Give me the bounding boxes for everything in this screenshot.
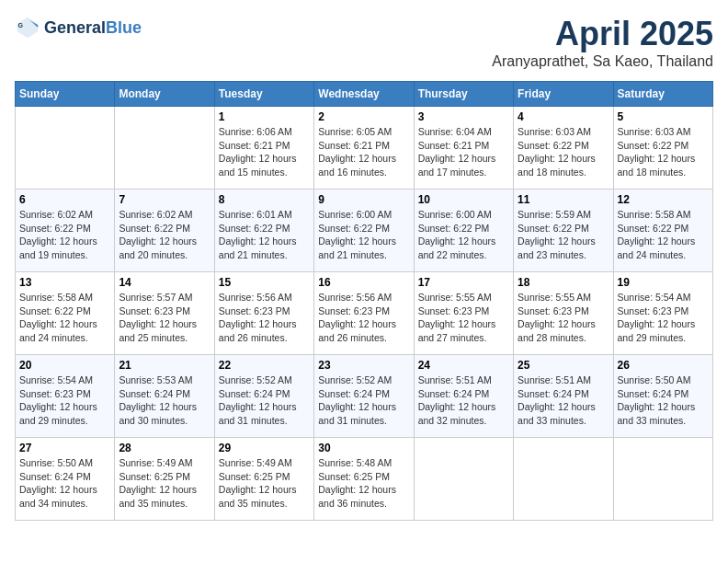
calendar-cell: 25Sunrise: 5:51 AM Sunset: 6:24 PM Dayli… — [514, 355, 613, 438]
calendar-week-1: 1Sunrise: 6:06 AM Sunset: 6:21 PM Daylig… — [16, 107, 713, 190]
calendar-cell — [115, 107, 214, 190]
logo-icon: G — [15, 15, 40, 40]
logo: G GeneralBlue — [15, 15, 142, 40]
calendar-cell: 5Sunrise: 6:03 AM Sunset: 6:22 PM Daylig… — [613, 107, 712, 190]
calendar-cell: 12Sunrise: 5:58 AM Sunset: 6:22 PM Dayli… — [613, 190, 712, 272]
day-info: Sunrise: 5:52 AM Sunset: 6:24 PM Dayligh… — [318, 373, 409, 428]
weekday-header-row: SundayMondayTuesdayWednesdayThursdayFrid… — [16, 82, 713, 107]
calendar-cell — [613, 438, 712, 521]
calendar-cell — [514, 438, 613, 521]
svg-text:G: G — [18, 22, 24, 29]
day-number: 23 — [318, 359, 409, 372]
calendar-table: SundayMondayTuesdayWednesdayThursdayFrid… — [15, 81, 713, 521]
calendar-cell: 7Sunrise: 6:02 AM Sunset: 6:22 PM Daylig… — [115, 190, 214, 272]
day-info: Sunrise: 5:58 AM Sunset: 6:22 PM Dayligh… — [19, 291, 110, 345]
day-info: Sunrise: 6:05 AM Sunset: 6:21 PM Dayligh… — [318, 125, 409, 179]
weekday-header-friday: Friday — [514, 82, 613, 107]
calendar-title: April 2025 — [492, 15, 713, 53]
day-info: Sunrise: 6:01 AM Sunset: 6:22 PM Dayligh… — [219, 208, 310, 262]
day-number: 24 — [418, 359, 509, 372]
weekday-header-saturday: Saturday — [613, 82, 712, 107]
day-number: 1 — [219, 110, 310, 123]
calendar-week-5: 27Sunrise: 5:50 AM Sunset: 6:24 PM Dayli… — [16, 438, 713, 521]
calendar-cell: 15Sunrise: 5:56 AM Sunset: 6:23 PM Dayli… — [214, 272, 313, 355]
day-number: 18 — [518, 276, 609, 289]
calendar-cell — [414, 438, 513, 521]
calendar-cell: 29Sunrise: 5:49 AM Sunset: 6:25 PM Dayli… — [214, 438, 313, 521]
day-number: 5 — [618, 110, 709, 123]
weekday-header-thursday: Thursday — [414, 82, 513, 107]
calendar-cell: 20Sunrise: 5:54 AM Sunset: 6:23 PM Dayli… — [16, 355, 115, 438]
calendar-cell: 19Sunrise: 5:54 AM Sunset: 6:23 PM Dayli… — [613, 272, 712, 355]
calendar-week-4: 20Sunrise: 5:54 AM Sunset: 6:23 PM Dayli… — [16, 355, 713, 438]
day-info: Sunrise: 6:00 AM Sunset: 6:22 PM Dayligh… — [318, 208, 409, 262]
calendar-cell: 11Sunrise: 5:59 AM Sunset: 6:22 PM Dayli… — [514, 190, 613, 272]
calendar-cell: 10Sunrise: 6:00 AM Sunset: 6:22 PM Dayli… — [414, 190, 513, 272]
day-number: 26 — [618, 359, 709, 372]
day-number: 22 — [219, 359, 310, 372]
day-info: Sunrise: 5:48 AM Sunset: 6:25 PM Dayligh… — [318, 456, 409, 511]
title-block: April 2025 Aranyaprathet, Sa Kaeo, Thail… — [492, 15, 713, 70]
day-number: 25 — [518, 359, 609, 372]
logo-text-blue: Blue — [106, 18, 142, 37]
day-number: 30 — [318, 442, 409, 454]
day-number: 6 — [19, 193, 110, 206]
calendar-cell: 13Sunrise: 5:58 AM Sunset: 6:22 PM Dayli… — [16, 272, 115, 355]
day-info: Sunrise: 5:54 AM Sunset: 6:23 PM Dayligh… — [19, 373, 110, 428]
day-info: Sunrise: 5:59 AM Sunset: 6:22 PM Dayligh… — [518, 208, 609, 262]
calendar-cell: 24Sunrise: 5:51 AM Sunset: 6:24 PM Dayli… — [414, 355, 513, 438]
weekday-header-monday: Monday — [115, 82, 214, 107]
calendar-cell: 3Sunrise: 6:04 AM Sunset: 6:21 PM Daylig… — [414, 107, 513, 190]
day-info: Sunrise: 6:00 AM Sunset: 6:22 PM Dayligh… — [418, 208, 509, 262]
calendar-cell: 22Sunrise: 5:52 AM Sunset: 6:24 PM Dayli… — [214, 355, 313, 438]
calendar-week-3: 13Sunrise: 5:58 AM Sunset: 6:22 PM Dayli… — [16, 272, 713, 355]
day-info: Sunrise: 5:51 AM Sunset: 6:24 PM Dayligh… — [518, 373, 609, 428]
day-number: 28 — [119, 442, 210, 454]
day-number: 9 — [318, 193, 409, 206]
calendar-location: Aranyaprathet, Sa Kaeo, Thailand — [492, 53, 713, 70]
day-number: 14 — [119, 276, 210, 289]
calendar-cell: 16Sunrise: 5:56 AM Sunset: 6:23 PM Dayli… — [314, 272, 414, 355]
calendar-cell: 4Sunrise: 6:03 AM Sunset: 6:22 PM Daylig… — [514, 107, 613, 190]
day-number: 3 — [418, 110, 509, 123]
calendar-cell: 6Sunrise: 6:02 AM Sunset: 6:22 PM Daylig… — [16, 190, 115, 272]
day-info: Sunrise: 5:58 AM Sunset: 6:22 PM Dayligh… — [618, 208, 709, 262]
calendar-cell: 1Sunrise: 6:06 AM Sunset: 6:21 PM Daylig… — [214, 107, 313, 190]
day-number: 27 — [19, 442, 110, 454]
day-info: Sunrise: 6:06 AM Sunset: 6:21 PM Dayligh… — [219, 125, 310, 179]
weekday-header-tuesday: Tuesday — [214, 82, 313, 107]
day-number: 19 — [618, 276, 709, 289]
day-info: Sunrise: 5:49 AM Sunset: 6:25 PM Dayligh… — [119, 456, 210, 511]
calendar-cell: 18Sunrise: 5:55 AM Sunset: 6:23 PM Dayli… — [514, 272, 613, 355]
calendar-cell: 28Sunrise: 5:49 AM Sunset: 6:25 PM Dayli… — [115, 438, 214, 521]
calendar-cell: 21Sunrise: 5:53 AM Sunset: 6:24 PM Dayli… — [115, 355, 214, 438]
day-number: 12 — [618, 193, 709, 206]
day-number: 7 — [119, 193, 210, 206]
day-info: Sunrise: 6:03 AM Sunset: 6:22 PM Dayligh… — [518, 125, 609, 179]
calendar-cell: 26Sunrise: 5:50 AM Sunset: 6:24 PM Dayli… — [613, 355, 712, 438]
day-info: Sunrise: 6:02 AM Sunset: 6:22 PM Dayligh… — [119, 208, 210, 262]
logo-text-general: General — [44, 18, 106, 37]
calendar-cell: 17Sunrise: 5:55 AM Sunset: 6:23 PM Dayli… — [414, 272, 513, 355]
weekday-header-wednesday: Wednesday — [314, 82, 414, 107]
day-info: Sunrise: 5:49 AM Sunset: 6:25 PM Dayligh… — [219, 456, 310, 511]
day-info: Sunrise: 5:50 AM Sunset: 6:24 PM Dayligh… — [618, 373, 709, 428]
day-info: Sunrise: 5:56 AM Sunset: 6:23 PM Dayligh… — [318, 291, 409, 345]
calendar-cell: 30Sunrise: 5:48 AM Sunset: 6:25 PM Dayli… — [314, 438, 414, 521]
weekday-header-sunday: Sunday — [16, 82, 115, 107]
day-info: Sunrise: 5:56 AM Sunset: 6:23 PM Dayligh… — [219, 291, 310, 345]
calendar-cell: 23Sunrise: 5:52 AM Sunset: 6:24 PM Dayli… — [314, 355, 414, 438]
calendar-cell: 2Sunrise: 6:05 AM Sunset: 6:21 PM Daylig… — [314, 107, 414, 190]
day-info: Sunrise: 5:51 AM Sunset: 6:24 PM Dayligh… — [418, 373, 509, 428]
page-header: G GeneralBlue April 2025 Aranyaprathet, … — [15, 15, 713, 70]
day-info: Sunrise: 6:03 AM Sunset: 6:22 PM Dayligh… — [618, 125, 709, 179]
calendar-cell: 27Sunrise: 5:50 AM Sunset: 6:24 PM Dayli… — [16, 438, 115, 521]
day-info: Sunrise: 5:55 AM Sunset: 6:23 PM Dayligh… — [418, 291, 509, 345]
day-number: 4 — [518, 110, 609, 123]
day-number: 2 — [318, 110, 409, 123]
day-info: Sunrise: 5:50 AM Sunset: 6:24 PM Dayligh… — [19, 456, 110, 511]
calendar-cell: 9Sunrise: 6:00 AM Sunset: 6:22 PM Daylig… — [314, 190, 414, 272]
day-info: Sunrise: 6:04 AM Sunset: 6:21 PM Dayligh… — [418, 125, 509, 179]
day-number: 11 — [518, 193, 609, 206]
calendar-cell: 14Sunrise: 5:57 AM Sunset: 6:23 PM Dayli… — [115, 272, 214, 355]
